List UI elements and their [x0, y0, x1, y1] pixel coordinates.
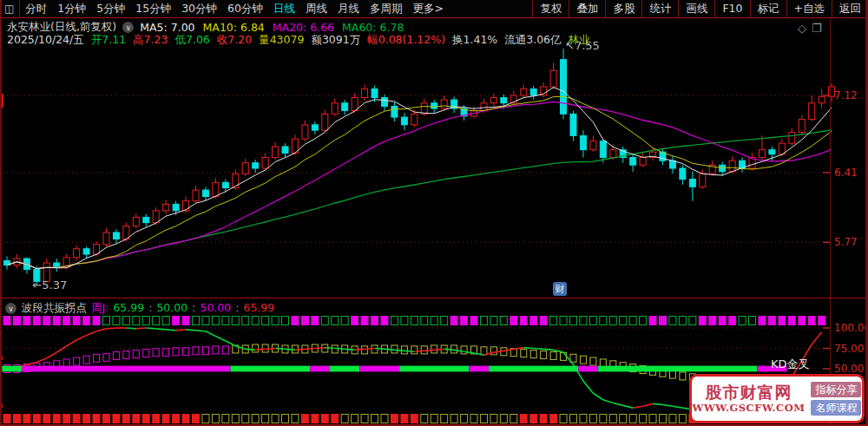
indicator-segment: 65.99: [113, 301, 144, 316]
indicator-segment: 50.00: [156, 301, 187, 316]
indicator-segment: 50.00: [200, 301, 231, 316]
indicator-segment: 波段共振拐点: [22, 301, 87, 316]
price-axis-line: [830, 18, 831, 426]
toolbar-button-标记[interactable]: 标记: [750, 0, 786, 17]
watermark: 股市财富网 WWW.GSCFW.COM 指标分享 名师课程: [689, 374, 865, 423]
watermark-title: 股市财富网: [706, 383, 792, 403]
indicator-values: 波段共振拐点周J:65.99:50.00:50.00:65.99: [22, 301, 274, 316]
watermark-url: WWW.GSCFW.COM: [693, 402, 806, 414]
cai-badge: 财: [553, 282, 567, 296]
quote-field: 2025/10/24/五: [7, 33, 84, 48]
menu-item-日线[interactable]: 日线: [273, 0, 295, 17]
chart-canvas[interactable]: [0, 0, 868, 426]
indicator-header: ∨ 波段共振拐点周J:65.99:50.00:50.00:65.99: [5, 301, 274, 316]
toolbar-button-+自选[interactable]: +自选: [786, 0, 832, 17]
menu-item-60分钟[interactable]: 60分钟: [227, 0, 263, 17]
watermark-badge-2: 名师课程: [811, 400, 861, 416]
daily-quote-segments: 2025/10/24/五开7.11高7.23低7.06收7.20量43079额3…: [7, 33, 590, 48]
quote-field: 林业: [569, 33, 590, 48]
menu-item-分时[interactable]: 分时: [25, 0, 47, 17]
menu-item-15分钟[interactable]: 15分钟: [135, 0, 171, 17]
quote-field: 开7.11: [91, 33, 126, 48]
toolbar-button-返回[interactable]: 返回: [832, 0, 868, 17]
toolbar-button-画线[interactable]: 画线: [678, 0, 714, 17]
quote-field: 量43079: [259, 33, 304, 48]
toolbar-right: 复权叠加多股统计画线F10标记+自选返回: [532, 0, 868, 17]
window-layout-icon[interactable]: ◫: [0, 0, 20, 17]
ma-value: MA20: 6.66: [273, 21, 334, 34]
quote-field: 额3091万: [311, 33, 360, 48]
quote-field: 幅0.08(1.12%): [367, 33, 445, 48]
quote-field: 高7.23: [133, 33, 168, 48]
menu-item-1分钟[interactable]: 1分钟: [57, 0, 86, 17]
menu-item-多周期[interactable]: 多周期: [370, 0, 403, 17]
low-price-marker: ←5.37: [32, 279, 67, 292]
menu-item-5分钟[interactable]: 5分钟: [96, 0, 125, 17]
window-border-left: [0, 0, 2, 426]
indicator-segment: :: [148, 301, 152, 316]
panel-divider: [0, 298, 868, 298]
arrow-left-icon: ←: [32, 279, 42, 292]
menu-item-更多>[interactable]: 更多>: [412, 0, 443, 17]
quote-field: 收7.20: [217, 33, 252, 48]
price-axis-label: 100.00: [834, 322, 868, 334]
menu-item-月线[interactable]: 月线: [338, 0, 359, 17]
watermark-badge-1: 指标分享: [811, 382, 861, 397]
ma-values: MA5: 7.00MA10: 6.84MA20: 6.66MA60: 6.78: [140, 21, 404, 34]
quote-field: 换1.41%: [452, 33, 497, 48]
price-axis-label: 50.00: [834, 363, 864, 375]
toolbar-button-多股[interactable]: 多股: [605, 0, 641, 17]
quote-field: 流通3.06亿: [504, 33, 561, 48]
toolbar-left: 分时1分钟5分钟15分钟30分钟60分钟日线周线月线多周期更多>: [20, 0, 449, 17]
period-toolbar: ◫ 分时1分钟5分钟15分钟30分钟60分钟日线周线月线多周期更多> 复权叠加多…: [0, 0, 868, 18]
quote-field: 低7.06: [174, 33, 209, 48]
indicator-segment: :: [235, 301, 239, 316]
toolbar-button-F10[interactable]: F10: [714, 0, 749, 17]
daily-quote-line: 2025/10/24/五开7.11高7.23低7.06收7.20量43079额3…: [7, 33, 590, 48]
price-axis-label: 75.00: [834, 343, 864, 355]
chart-corner-icons: ◇ ❐: [798, 22, 822, 35]
indicator-segment: 周J:: [91, 301, 108, 316]
toolbar-button-叠加[interactable]: 叠加: [569, 0, 605, 17]
indicator-segment: :: [192, 301, 195, 316]
indicator-collapse-icon[interactable]: ∨: [5, 303, 16, 314]
ma-value: MA60: 6.78: [342, 21, 404, 34]
ma-value: MA10: 6.84: [203, 21, 265, 34]
collapse-chevron-icon[interactable]: ∨: [122, 22, 134, 33]
indicator-segment: 65.99: [243, 301, 274, 316]
stock-app-window: ◫ 分时1分钟5分钟15分钟30分钟60分钟日线周线月线多周期更多> 复权叠加多…: [0, 0, 868, 426]
price-axis-label: 6.41: [834, 167, 858, 179]
split-window-icon[interactable]: ❐: [812, 22, 822, 35]
kd-golden-cross-label: KD金叉: [771, 357, 810, 372]
toolbar-button-统计[interactable]: 统计: [641, 0, 678, 17]
menu-item-周线[interactable]: 周线: [306, 0, 327, 17]
price-axis-label: 5.77: [834, 236, 858, 248]
toolbar-button-复权[interactable]: 复权: [532, 0, 569, 17]
price-axis-label: 7.12: [834, 89, 858, 102]
ma-value: MA5: 7.00: [140, 21, 194, 34]
menu-item-30分钟[interactable]: 30分钟: [181, 0, 217, 17]
diamond-icon[interactable]: ◇: [798, 22, 806, 35]
